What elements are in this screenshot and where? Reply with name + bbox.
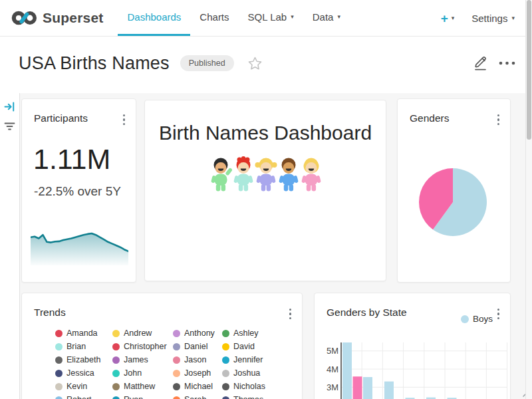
- legend-swatch: [55, 370, 63, 377]
- expand-filter-bar-button[interactable]: [4, 101, 15, 112]
- legend-swatch: [173, 383, 180, 390]
- legend-swatch: [55, 330, 63, 337]
- bar-1[interactable]: [353, 376, 362, 399]
- legend-swatch: [222, 356, 229, 364]
- legend-swatch: [222, 383, 229, 390]
- genders-by-state-bar-chart[interactable]: 5M4M3M: [315, 293, 511, 399]
- legend-label: Robert: [66, 395, 92, 399]
- top-navbar: Superset DashboardsChartsSQL Lab▾Data▾ +…: [0, 0, 532, 37]
- settings-label: Settings: [471, 13, 507, 24]
- favorite-star-button[interactable]: [247, 56, 263, 71]
- child-figure-1: [233, 156, 253, 192]
- legend-item-joseph[interactable]: Joseph: [173, 366, 222, 380]
- nav-item-charts[interactable]: Charts: [190, 0, 238, 36]
- legend-item-michael[interactable]: Michael: [173, 380, 222, 393]
- legend-swatch: [112, 330, 120, 337]
- legend-item-jason[interactable]: Jason: [173, 353, 222, 366]
- participants-trend-sparkline[interactable]: [31, 223, 128, 265]
- legend-item-ashley[interactable]: Ashley: [222, 327, 283, 340]
- y-axis-tick: 3M: [327, 382, 338, 392]
- nav-item-data[interactable]: Data▾: [303, 0, 350, 36]
- chart-title: Participants: [34, 112, 88, 124]
- legend-item-jessica[interactable]: Jessica: [55, 366, 112, 380]
- filter-bar-collapsed: [0, 93, 20, 399]
- legend-label: Brian: [66, 342, 86, 351]
- legend-label: Christopher: [124, 342, 167, 351]
- chart-kebab-menu[interactable]: [122, 113, 126, 126]
- settings-menu[interactable]: Settings ▾: [471, 13, 515, 24]
- legend-label: Kevin: [66, 382, 87, 391]
- trends-legend: AmandaAndrewAnthonyAshleyBrianChristophe…: [55, 327, 283, 399]
- genders-pie-chart[interactable]: [398, 99, 511, 279]
- legend-item-christopher[interactable]: Christopher: [112, 340, 173, 353]
- legend-swatch: [112, 396, 120, 399]
- legend-item-matthew[interactable]: Matthew: [112, 380, 173, 393]
- legend-swatch: [222, 396, 229, 399]
- legend-item-elizabeth[interactable]: Elizabeth: [55, 353, 112, 366]
- big-number-subheader: -22.5% over 5Y: [34, 184, 121, 199]
- superset-logo[interactable]: Superset: [0, 0, 103, 36]
- legend-label: Michael: [184, 382, 213, 391]
- legend-item-ryan[interactable]: Ryan: [112, 393, 173, 399]
- legend-swatch: [173, 370, 180, 377]
- legend-swatch: [112, 383, 120, 390]
- child-figure-3: [279, 158, 299, 192]
- legend-item-sarah[interactable]: Sarah: [173, 393, 222, 399]
- chart-title: Trends: [34, 307, 66, 319]
- legend-item-james[interactable]: James: [112, 353, 173, 366]
- y-axis-tick: 4M: [327, 364, 338, 374]
- legend-swatch: [112, 370, 120, 377]
- dashboard-header: USA Births Names Published: [0, 37, 532, 93]
- bar-3[interactable]: [384, 382, 394, 399]
- legend-item-john[interactable]: John: [112, 366, 173, 380]
- legend-label: Ryan: [124, 395, 143, 399]
- filter-list-button[interactable]: [4, 122, 15, 131]
- published-badge[interactable]: Published: [180, 55, 234, 71]
- legend-item-thomas[interactable]: Thomas: [222, 393, 283, 399]
- legend-label: Sarah: [184, 395, 206, 399]
- legend-label: Elizabeth: [66, 355, 100, 364]
- legend-swatch: [55, 356, 63, 364]
- legend-item-nicholas[interactable]: Nicholas: [222, 380, 283, 393]
- legend-item-kevin[interactable]: Kevin: [55, 380, 112, 393]
- legend-label: Jason: [184, 355, 206, 364]
- legend-item-jennifer[interactable]: Jennifer: [222, 353, 283, 366]
- legend-label: John: [124, 368, 142, 378]
- nav-item-sql-lab[interactable]: SQL Lab▾: [239, 0, 303, 36]
- nav-item-dashboards[interactable]: Dashboards: [118, 0, 190, 36]
- chevron-down-icon: ▾: [452, 15, 455, 21]
- legend-item-daniel[interactable]: Daniel: [173, 340, 222, 353]
- nav-right-group: + ▾ Settings ▾: [441, 0, 532, 36]
- legend-item-robert[interactable]: Robert: [55, 393, 112, 399]
- legend-item-amanda[interactable]: Amanda: [55, 327, 112, 340]
- new-item-button[interactable]: + ▾: [441, 12, 455, 25]
- nav-item-label: Charts: [200, 11, 229, 23]
- legend-item-anthony[interactable]: Anthony: [173, 327, 222, 340]
- scrollbar-thumb[interactable]: [527, 0, 531, 140]
- legend-label: Amanda: [66, 329, 98, 338]
- chart-kebab-menu[interactable]: [288, 307, 293, 321]
- nav-item-label: Data: [313, 11, 334, 23]
- bar-2[interactable]: [363, 377, 372, 399]
- nav-item-label: SQL Lab: [248, 11, 287, 23]
- legend-item-joshua[interactable]: Joshua: [222, 366, 283, 380]
- chevron-down-icon: ▾: [291, 14, 294, 20]
- legend-label: Joshua: [233, 368, 260, 378]
- main-nav-menu: DashboardsChartsSQL Lab▾Data▾: [118, 0, 349, 36]
- bar-0[interactable]: [342, 342, 352, 399]
- more-actions-button[interactable]: [498, 61, 516, 66]
- legend-swatch: [55, 343, 63, 350]
- legend-swatch: [112, 343, 120, 350]
- legend-label: Nicholas: [233, 382, 265, 391]
- dashboard-grid: Participants 1.11M -22.5% over 5Y Birth …: [0, 93, 532, 399]
- child-figure-0: [211, 158, 233, 192]
- legend-item-brian[interactable]: Brian: [55, 340, 112, 353]
- legend-item-david[interactable]: David: [222, 340, 283, 353]
- ellipsis-icon: [498, 61, 516, 66]
- chart-card-genders: Genders: [397, 98, 511, 283]
- legend-swatch: [222, 370, 229, 377]
- legend-swatch: [55, 383, 63, 390]
- legend-label: Joseph: [184, 368, 211, 378]
- legend-item-andrew[interactable]: Andrew: [112, 327, 173, 340]
- edit-dashboard-button[interactable]: [473, 55, 489, 72]
